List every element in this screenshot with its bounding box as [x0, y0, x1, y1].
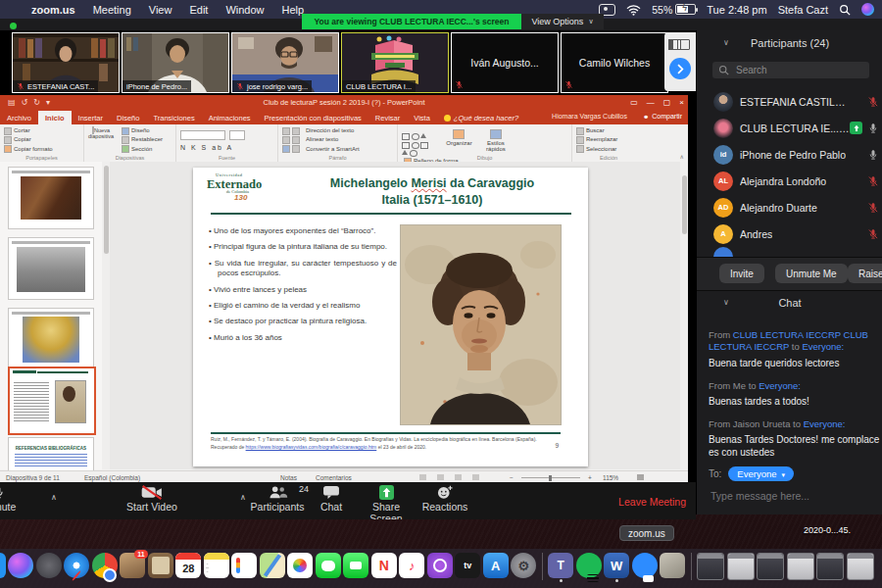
canvas-scrollbar[interactable]	[680, 162, 688, 469]
muted-mic-icon	[867, 96, 879, 108]
collapse-chevron-icon[interactable]: ∨	[723, 298, 729, 307]
minimized-window-4[interactable]	[787, 553, 814, 580]
smartart-icon	[282, 145, 290, 153]
viewing-screen-banner: You are viewing CLUB LECTURA IECC...'s s…	[302, 14, 521, 29]
word-icon[interactable]: W	[604, 553, 629, 578]
menu-view[interactable]: View	[149, 4, 172, 16]
start-video-button[interactable]: Start Video	[93, 485, 211, 513]
launchpad-icon[interactable]	[36, 553, 62, 578]
video-tile-estefania[interactable]: ESTEFANIA CAST...	[12, 32, 120, 93]
ribbon-collapse-icon: ∧	[680, 153, 684, 160]
video-tile-jose-rodrigo[interactable]: jose rodrigo varg...	[231, 32, 339, 93]
recipient-link[interactable]: Everyone:	[759, 380, 801, 391]
reminders-icon[interactable]	[231, 553, 257, 578]
chat-icon	[322, 485, 340, 500]
avatar: id	[713, 145, 733, 165]
siri-icon[interactable]	[8, 553, 33, 578]
participant-row-estefania[interactable]: ESTEFANIA CASTILLO B... (me)	[705, 88, 882, 115]
system-preferences-icon[interactable]	[511, 553, 536, 578]
apple-tv-icon[interactable]: tv	[455, 553, 480, 578]
menu-clock[interactable]: Tue 2:48 pm	[707, 4, 766, 16]
chrome-icon[interactable]	[92, 553, 118, 578]
unmute-me-button[interactable]: Unmute Me	[775, 264, 848, 283]
music-icon[interactable]: ♪	[399, 553, 424, 578]
battery-indicator[interactable]: 55% ϟ	[652, 4, 696, 16]
minimized-window-2[interactable]	[727, 553, 755, 580]
news-icon[interactable]: N	[371, 553, 397, 578]
menu-help[interactable]: Help	[282, 4, 305, 16]
participants-button[interactable]: Participants 24	[240, 485, 315, 513]
avatar: AD	[713, 198, 733, 218]
messages-icon[interactable]	[316, 553, 341, 578]
participant-row-andres[interactable]: A Andres	[705, 220, 882, 247]
minimized-window-6[interactable]	[847, 553, 874, 580]
view-options-button[interactable]: View Options	[521, 14, 604, 29]
font-name-box	[180, 130, 225, 140]
video-tile-club-lectura[interactable]: CLUB LECTURA I...	[341, 32, 449, 93]
zoom-out-icon: −	[510, 474, 514, 481]
menu-meeting[interactable]: Meeting	[93, 4, 131, 16]
wifi-icon[interactable]	[626, 4, 641, 16]
next-videos-arrow-button[interactable]	[669, 58, 691, 79]
share-screen-button[interactable]: Share Screen	[355, 485, 417, 519]
tab-archivo: Archivo	[0, 111, 38, 124]
photos-icon[interactable]	[287, 553, 313, 578]
lightbulb-icon	[444, 115, 451, 122]
mail-stamp-icon[interactable]	[660, 553, 685, 578]
menu-edit[interactable]: Edit	[189, 4, 208, 16]
invite-button[interactable]: Invite	[719, 264, 764, 283]
finder-icon[interactable]	[0, 553, 6, 578]
zoom-app-icon[interactable]	[632, 553, 658, 578]
thumbnail-scrollbar[interactable]	[102, 162, 110, 469]
partial-avatar	[713, 247, 733, 257]
maps-icon[interactable]	[260, 553, 285, 578]
participants-search[interactable]	[712, 62, 869, 78]
raise-hand-button[interactable]: Raise Hand	[848, 264, 882, 283]
menu-user-name[interactable]: Stefa Cazt	[778, 4, 828, 16]
facetime-icon[interactable]	[343, 553, 368, 578]
recipient-dropdown[interactable]: Everyone	[728, 466, 794, 481]
calendar-icon[interactable]: 28	[175, 553, 201, 578]
safari-icon[interactable]	[64, 553, 89, 578]
notes-icon[interactable]	[204, 553, 229, 578]
bullet-item: Vivió entre lances y peleas	[209, 285, 397, 295]
mic-icon	[867, 149, 879, 161]
unmute-button[interactable]: Unmute	[0, 485, 37, 513]
slide-thumb-2	[8, 237, 94, 300]
leave-meeting-button[interactable]: Leave Meeting	[612, 492, 692, 512]
recipient-link[interactable]: Everyone:	[804, 418, 846, 429]
spotify-icon[interactable]	[576, 553, 602, 578]
teams-icon[interactable]: T	[548, 553, 573, 578]
participant-row-club-lectura[interactable]: CLUB LECTURA IE... (Host)	[705, 115, 882, 141]
ellipse-shape-icon	[412, 133, 419, 140]
minimized-window-1[interactable]	[697, 553, 724, 580]
video-tile-iphone-pedro[interactable]: iPhone de Pedro...	[122, 32, 229, 93]
chat-button[interactable]: Chat	[312, 485, 351, 513]
pictures-app-icon[interactable]: 11	[120, 553, 145, 578]
minimized-window-3[interactable]	[757, 553, 784, 580]
menu-window[interactable]: Window	[225, 4, 264, 16]
spotlight-search-icon[interactable]	[839, 4, 851, 16]
participant-row-alejandra[interactable]: AL Alejandra Londoño	[705, 168, 882, 194]
minimized-window-5[interactable]	[816, 553, 844, 580]
video-tile-ivan[interactable]: Iván Augusto...	[451, 32, 559, 93]
participant-row-iphone[interactable]: id iPhone de Pedro Pablo	[705, 141, 882, 168]
citation: Ruiz, M., Fernández, T. y Támaro, E. (20…	[211, 436, 539, 452]
siri-icon[interactable]	[861, 3, 874, 16]
app-store-icon[interactable]: A	[483, 553, 509, 578]
podcasts-icon[interactable]	[427, 553, 453, 578]
fullscreen-icon[interactable]	[677, 39, 690, 50]
participant-row-alejandro[interactable]: AD Alejandro Duarte	[705, 194, 882, 220]
audio-options-chevron-icon[interactable]: ∧	[51, 493, 57, 502]
sender-link[interactable]: CLUB LECTURA IECCRP CLUB LECTURA IECCRP	[709, 329, 868, 352]
search-input[interactable]	[734, 64, 856, 76]
contacts-icon[interactable]	[148, 553, 173, 578]
recipient-link[interactable]: Everyone:	[802, 341, 844, 352]
chat-message-input[interactable]	[709, 489, 881, 503]
trash-icon[interactable]	[876, 553, 882, 578]
collapse-chevron-icon[interactable]: ∨	[723, 38, 729, 47]
participant-name: CLUB LECTURA IE...	[740, 122, 849, 134]
reactions-button[interactable]: Reactions	[419, 485, 470, 513]
menu-app-name[interactable]: zoom.us	[31, 4, 75, 16]
video-tile-camilo[interactable]: Camilo Wilches	[561, 32, 668, 93]
